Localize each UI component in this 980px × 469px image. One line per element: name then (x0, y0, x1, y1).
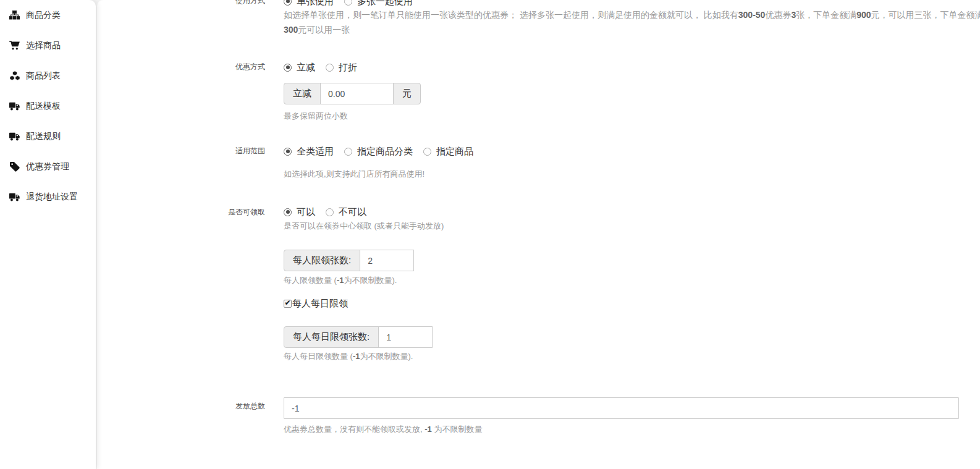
radio-instant-reduction[interactable]: 立减 (284, 60, 315, 75)
per-day-limit-group: 每人每日限领张数: (284, 326, 433, 348)
sidebar-item-return-address-settings[interactable]: 退货地址设置 (0, 182, 96, 212)
radio-label: 全类适用 (297, 144, 334, 159)
sidebar-item-label: 退货地址设置 (26, 192, 78, 203)
claim-hint: 是否可以在领券中心领取 (或者只能手动发放) (284, 221, 444, 232)
usage-description-line2: 300元可以用一张 (284, 22, 350, 37)
radio-selected-icon (284, 0, 292, 6)
per-day-limit-hint: 每人每日限领数量 (-1为不限制数量). (284, 351, 413, 362)
radio-unselected-icon (326, 208, 334, 216)
radio-claim-yes[interactable]: 可以 (284, 205, 315, 219)
claim-radio-group: 可以 不可以 (284, 205, 377, 219)
scope-label: 适用范围 (97, 145, 265, 156)
per-user-limit-addon: 每人限领张数: (284, 250, 360, 271)
radio-label: 打折 (339, 60, 357, 75)
sidebar-item-product-list[interactable]: 商品列表 (0, 61, 96, 91)
per-user-limit-input[interactable] (360, 250, 414, 271)
sidebar-item-delivery-rules[interactable]: 配送规则 (0, 121, 96, 151)
discount-amount-unit: 元 (393, 83, 421, 104)
per-day-limit-input[interactable] (378, 326, 433, 348)
radio-all-categories[interactable]: 全类适用 (284, 144, 334, 159)
scope-radio-group: 全类适用 指定商品分类 指定商品 (284, 144, 484, 159)
claim-label: 是否可领取 (97, 206, 265, 218)
sitemap-icon (9, 10, 20, 20)
truck-icon (9, 131, 20, 142)
per-user-limit-group: 每人限领张数: (284, 250, 414, 271)
per-user-limit-hint: 每人限领数量 (-1为不限制数量). (284, 275, 397, 286)
checkbox-label: 每人每日限领 (292, 298, 348, 310)
total-hint: 优惠券总数量，没有则不能领取或发放, -1 为不限制数量 (284, 424, 482, 435)
usage-label: 使用方式 (97, 0, 265, 6)
sidebar-item-label: 配送模板 (26, 101, 61, 112)
sidebar-item-label: 配送规则 (26, 131, 61, 142)
discount-amount-input[interactable] (320, 83, 394, 104)
radio-specified-products[interactable]: 指定商品 (423, 144, 473, 159)
checkbox-checked-icon: ✔ (284, 300, 292, 308)
sidebar-item-label: 选择商品 (26, 40, 61, 51)
radio-label: 指定商品分类 (357, 144, 413, 159)
radio-label: 不可以 (339, 205, 366, 219)
total-count-input[interactable] (284, 397, 959, 419)
radio-unselected-icon (423, 148, 431, 156)
radio-claim-no[interactable]: 不可以 (326, 205, 366, 219)
radio-specified-categories[interactable]: 指定商品分类 (344, 144, 413, 159)
discount-label: 优惠方式 (97, 61, 265, 72)
radio-percent-discount[interactable]: 打折 (326, 60, 357, 75)
discount-amount-group: 立减 元 (284, 83, 421, 104)
sidebar-item-label: 优惠券管理 (26, 161, 69, 172)
radio-selected-icon (284, 148, 292, 156)
sidebar-item-product-categories[interactable]: 商品分类 (0, 0, 96, 30)
sidebar-item-select-products[interactable]: 选择商品 (0, 30, 96, 61)
sidebar-item-coupon-management[interactable]: 优惠券管理 (0, 151, 96, 182)
cubes-icon (9, 70, 20, 81)
radio-label: 指定商品 (436, 144, 473, 159)
truck-icon (9, 192, 20, 202)
sidebar-item-delivery-template[interactable]: 配送模板 (0, 91, 96, 121)
truck-icon (9, 101, 20, 111)
radio-unselected-icon (344, 0, 352, 6)
per-day-limit-addon: 每人每日限领张数: (284, 326, 379, 348)
radio-selected-icon (284, 208, 292, 216)
radio-unselected-icon (344, 148, 352, 156)
main-content: 使用方式 单张使用 多张一起使用 如选择单张使用，则一笔订单只能使用一张该类型的… (97, 0, 980, 469)
tag-icon (9, 161, 20, 172)
sidebar: 商品分类 选择商品 商品列表 (0, 0, 96, 469)
total-label: 发放总数 (97, 400, 265, 412)
radio-label: 立减 (297, 60, 315, 75)
radio-label: 可以 (297, 205, 315, 219)
discount-hint: 最多保留两位小数 (284, 111, 348, 122)
usage-description-line1: 如选择单张使用，则一笔订单只能使用一张该类型的优惠券； 选择多张一起使用，则满足… (284, 7, 980, 22)
daily-limit-checkbox[interactable]: ✔ 每人每日限领 (284, 297, 348, 310)
radio-selected-icon (284, 64, 292, 72)
radio-unselected-icon (326, 64, 334, 72)
shopping-cart-icon (9, 40, 20, 51)
sidebar-item-label: 商品列表 (26, 70, 61, 82)
sidebar-item-label: 商品分类 (26, 10, 61, 21)
discount-radio-group: 立减 打折 (284, 60, 368, 75)
discount-amount-addon: 立减 (284, 83, 321, 104)
scope-hint: 如选择此项,则支持此门店所有商品使用! (284, 169, 425, 180)
